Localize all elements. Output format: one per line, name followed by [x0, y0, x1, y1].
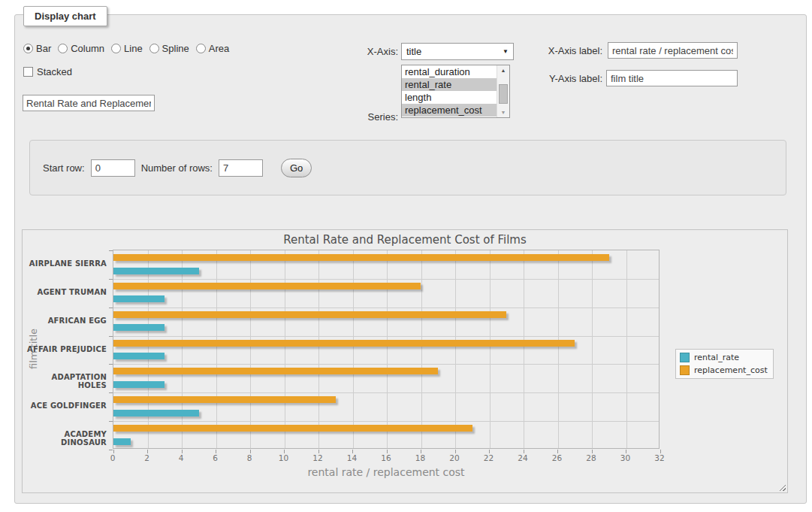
series-options: rental_durationrental_ratelengthreplacem…	[402, 65, 497, 117]
gridline	[113, 421, 659, 422]
category-label: ACADEMY DINOSAUR	[23, 430, 107, 447]
chart-legend: rental_ratereplacement_cost	[675, 349, 774, 379]
x-tick-label: 18	[409, 453, 432, 462]
y-tickmark	[109, 392, 113, 393]
bar-replacement-cost[interactable]	[113, 340, 575, 347]
bar-replacement-cost[interactable]	[113, 283, 421, 289]
chart-title: Rental Rate and Replacement Cost of Film…	[23, 233, 787, 247]
y-axis-label-input[interactable]	[606, 70, 738, 86]
radio-icon[interactable]	[23, 44, 33, 53]
chart-type-option-spline[interactable]: Spline	[149, 43, 189, 54]
scroll-down-icon[interactable]: ▼	[497, 108, 509, 117]
gridline	[387, 250, 388, 448]
radio-label: Area	[209, 43, 229, 54]
row-controls-panel: Start row: Number of rows: Go	[29, 140, 786, 195]
gridline	[592, 250, 593, 448]
bar-rental-rate[interactable]	[113, 410, 199, 417]
bar-rental-rate[interactable]	[113, 295, 165, 302]
num-rows-input[interactable]	[219, 159, 263, 177]
gridline	[353, 250, 354, 448]
chevron-down-icon: ▼	[503, 48, 509, 55]
x-axis-label-input[interactable]	[608, 42, 738, 59]
legend-label: rental_rate	[694, 353, 739, 362]
y-tickmark	[109, 250, 113, 251]
gridline	[421, 250, 422, 448]
x-tick-label: 32	[648, 453, 671, 462]
chart-title-input[interactable]	[23, 95, 155, 111]
bar-replacement-cost[interactable]	[113, 254, 609, 261]
x-tick-label: 10	[273, 453, 295, 462]
radio-icon[interactable]	[111, 44, 121, 53]
bar-rental-rate[interactable]	[113, 381, 165, 388]
start-row-label: Start row:	[43, 162, 85, 174]
category-label: AGENT TRUMAN	[23, 288, 107, 296]
gridline	[626, 250, 627, 448]
radio-icon[interactable]	[149, 44, 159, 53]
x-tick-label: 30	[614, 453, 637, 462]
bar-replacement-cost[interactable]	[113, 396, 336, 403]
y-tickmark	[109, 336, 113, 337]
bar-replacement-cost[interactable]	[113, 311, 506, 318]
series-listbox[interactable]: rental_durationrental_ratelengthreplacem…	[401, 65, 510, 118]
x-tick-label: 2	[136, 453, 158, 462]
radio-icon[interactable]	[196, 44, 206, 53]
scrollbar[interactable]: ▲ ▼	[497, 65, 509, 117]
stacked-option[interactable]: Stacked	[23, 66, 72, 77]
radio-label: Line	[124, 43, 143, 54]
gridline	[455, 250, 456, 448]
x-tick-label: 26	[546, 453, 569, 462]
start-row-input[interactable]	[91, 159, 135, 177]
bar-rental-rate[interactable]	[113, 268, 199, 274]
resize-handle-icon[interactable]	[777, 483, 786, 491]
bar-rental-rate[interactable]	[113, 324, 165, 331]
bar-rental-rate[interactable]	[113, 353, 165, 359]
x-tick-label: 22	[478, 453, 500, 462]
gridline	[113, 279, 659, 280]
series-option[interactable]: rental_duration	[402, 65, 497, 78]
chart-type-option-column[interactable]: Column	[58, 43, 104, 54]
chart-container: Rental Rate and Replacement Cost of Film…	[22, 229, 788, 493]
y-axis-label-field-label: Y-Axis label:	[533, 73, 602, 84]
gridline	[285, 250, 285, 448]
y-tickmark	[109, 364, 113, 365]
panel-legend: Display chart	[23, 6, 107, 26]
chart-type-radio-group: BarColumnLineSplineArea	[23, 43, 229, 54]
category-label: AIRPLANE SIERRA	[23, 259, 107, 268]
x-axis-label: X-Axis:	[329, 46, 398, 57]
x-axis-select[interactable]: title ▼	[401, 43, 514, 60]
bar-rental-rate[interactable]	[113, 438, 131, 445]
legend-swatch-rental_rate	[680, 353, 690, 362]
num-rows-label: Number of rows:	[141, 162, 213, 174]
chart-type-option-line[interactable]: Line	[111, 43, 143, 54]
gridline	[182, 250, 183, 448]
x-axis-label-field-label: X-Axis label:	[533, 45, 602, 56]
bar-replacement-cost[interactable]	[113, 425, 472, 432]
series-option[interactable]: length	[402, 91, 497, 104]
chart-type-option-area[interactable]: Area	[196, 43, 229, 54]
x-tick-label: 6	[204, 453, 227, 462]
x-axis-selected-value: title	[406, 46, 503, 57]
scrollbar-thumb[interactable]	[499, 84, 508, 104]
series-option[interactable]: rental_rate	[402, 78, 497, 91]
y-tickmark	[109, 421, 113, 422]
bar-replacement-cost[interactable]	[113, 368, 438, 374]
x-tick-label: 24	[512, 453, 534, 462]
gridline	[524, 250, 524, 448]
y-tickmark	[109, 279, 113, 280]
x-tick-label: 28	[580, 453, 602, 462]
plot-area	[113, 250, 660, 449]
scroll-up-icon[interactable]: ▲	[497, 65, 509, 75]
radio-label: Spline	[162, 43, 189, 54]
series-option[interactable]: replacement_cost	[402, 104, 497, 117]
stacked-label: Stacked	[37, 66, 72, 77]
gridline	[113, 392, 659, 393]
radio-icon[interactable]	[58, 44, 68, 53]
stacked-checkbox[interactable]	[23, 67, 33, 77]
category-label: AFRICAN EGG	[23, 317, 107, 325]
gridline	[113, 308, 659, 308]
x-tick-label: 20	[443, 453, 466, 462]
legend-item: rental_rate	[680, 353, 768, 362]
chart-type-option-bar[interactable]: Bar	[23, 43, 51, 54]
go-button[interactable]: Go	[281, 159, 312, 177]
gridline	[250, 250, 251, 448]
